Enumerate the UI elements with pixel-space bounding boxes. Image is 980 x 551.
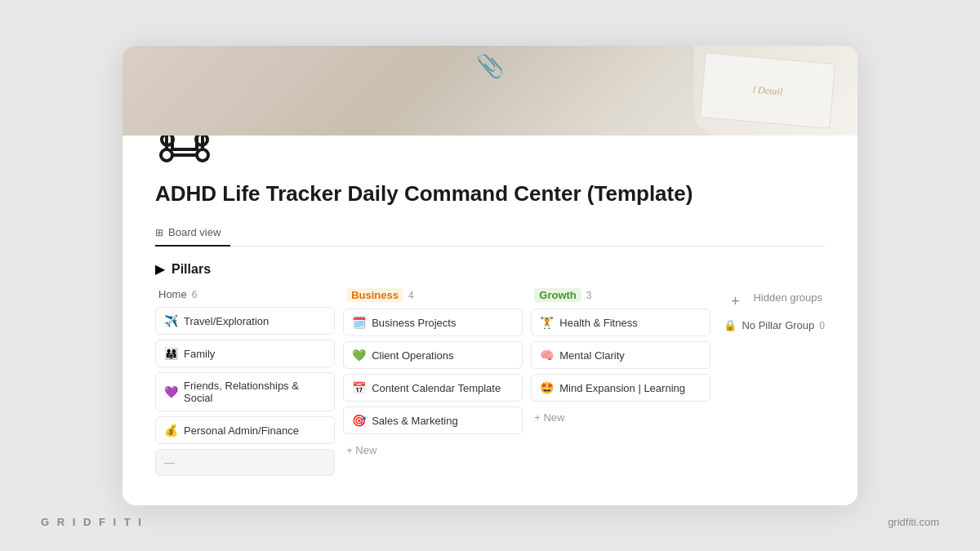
column-business-count: 4 xyxy=(408,290,414,301)
business-projects-label: Business Projects xyxy=(372,317,456,329)
column-business-title: Business xyxy=(346,288,403,302)
column-home-title: Home xyxy=(158,288,187,300)
board-view-tab[interactable]: ⊞ Board view xyxy=(155,221,230,247)
growth-add-new[interactable]: + New xyxy=(531,407,710,429)
no-pillar-icon: 🔒 xyxy=(724,319,737,331)
growth-new-label: + New xyxy=(534,411,564,424)
column-home-header: Home 6 xyxy=(155,288,335,300)
section-arrow-icon: ▶ xyxy=(155,261,165,277)
hidden-group-no-pillar[interactable]: 🔒 No Pillar Group 0 xyxy=(724,319,825,331)
card-friends[interactable]: 💜 Friends, Relationships & Social xyxy=(155,372,335,411)
card-sales-marketing[interactable]: 🎯 Sales & Marketing xyxy=(343,407,523,434)
page-wrapper: 📎 l Detail xyxy=(0,0,980,551)
branding-left: G R I D F I T I xyxy=(41,516,144,528)
section-header: ▶ Pillars xyxy=(155,261,825,277)
column-growth-title: Growth xyxy=(534,288,581,302)
column-growth-count: 3 xyxy=(586,290,592,301)
mind-expansion-icon: 🤩 xyxy=(540,381,554,394)
card-mental-clarity[interactable]: 🧠 Mental Clarity xyxy=(531,341,710,369)
health-fitness-icon: 🏋️ xyxy=(540,316,554,329)
card-truncated: — xyxy=(155,449,335,476)
sales-marketing-icon: 🎯 xyxy=(352,414,366,427)
health-fitness-label: Health & Fitness xyxy=(559,317,637,329)
svg-point-6 xyxy=(197,149,208,161)
extra-actions: + Hidden groups 🔒 No Pillar Group 0 xyxy=(719,288,825,331)
card-health-fitness[interactable]: 🏋️ Health & Fitness xyxy=(531,309,710,336)
add-column-button[interactable]: + xyxy=(724,290,746,313)
client-ops-label: Client Operations xyxy=(372,349,453,362)
travel-icon: ✈️ xyxy=(164,314,178,327)
family-icon: 👨‍👩‍👧 xyxy=(164,347,178,360)
finance-label: Personal Admin/Finance xyxy=(184,424,299,437)
mental-clarity-icon: 🧠 xyxy=(540,349,554,362)
column-business-header: Business 4 xyxy=(343,288,523,302)
finance-icon: 💰 xyxy=(164,424,178,437)
column-business: Business 4 🗓️ Business Projects 💚 Client… xyxy=(343,288,523,461)
main-card: 📎 l Detail xyxy=(122,46,858,505)
hidden-groups-label: Hidden groups xyxy=(753,291,822,304)
content-calendar-icon: 📅 xyxy=(352,381,366,394)
card-finance[interactable]: 💰 Personal Admin/Finance xyxy=(155,416,335,444)
card-business-projects[interactable]: 🗓️ Business Projects xyxy=(343,309,523,336)
business-projects-icon: 🗓️ xyxy=(352,316,366,329)
sales-marketing-label: Sales & Marketing xyxy=(372,415,458,427)
mind-expansion-label: Mind Expansion | Learning xyxy=(559,382,685,394)
card-travel[interactable]: ✈️ Travel/Exploration xyxy=(155,307,335,335)
no-pillar-label: No Pillar Group xyxy=(742,319,814,331)
page-content: ADHD Life Tracker Daily Command Center (… xyxy=(122,136,858,505)
business-new-label: + New xyxy=(346,444,376,456)
column-growth: Growth 3 🏋️ Health & Fitness 🧠 Mental Cl… xyxy=(531,288,710,429)
section-title: Pillars xyxy=(172,262,211,277)
client-ops-icon: 💚 xyxy=(352,349,366,362)
branding-right: gridfiti.com xyxy=(888,516,939,528)
hero-banner: 📎 l Detail xyxy=(122,46,858,136)
family-label: Family xyxy=(184,348,215,360)
svg-point-5 xyxy=(161,149,172,161)
card-family[interactable]: 👨‍👩‍👧 Family xyxy=(155,340,335,367)
travel-label: Travel/Exploration xyxy=(184,315,269,327)
no-pillar-count: 0 xyxy=(819,320,825,331)
notebook-decoration: l Detail xyxy=(700,52,835,129)
mental-clarity-label: Mental Clarity xyxy=(559,349,624,362)
page-title: ADHD Life Tracker Daily Command Center (… xyxy=(155,181,825,207)
card-mind-expansion[interactable]: 🤩 Mind Expansion | Learning xyxy=(531,374,710,402)
content-calendar-label: Content Calendar Template xyxy=(372,382,501,394)
friends-icon: 💜 xyxy=(164,385,178,398)
business-add-new[interactable]: + New xyxy=(343,439,523,461)
tab-bar: ⊞ Board view xyxy=(155,221,825,247)
column-growth-header: Growth 3 xyxy=(531,288,710,302)
column-home-count: 6 xyxy=(192,289,198,300)
board-view-label: Board view xyxy=(168,226,220,238)
clip-decoration: 📎 xyxy=(476,52,505,79)
card-client-ops[interactable]: 💚 Client Operations xyxy=(343,341,523,369)
column-home: Home 6 ✈️ Travel/Exploration 👨‍👩‍👧 Famil… xyxy=(155,288,335,481)
card-content-calendar[interactable]: 📅 Content Calendar Template xyxy=(343,374,523,402)
friends-label: Friends, Relationships & Social xyxy=(184,380,326,404)
board-view-icon: ⊞ xyxy=(155,227,163,238)
